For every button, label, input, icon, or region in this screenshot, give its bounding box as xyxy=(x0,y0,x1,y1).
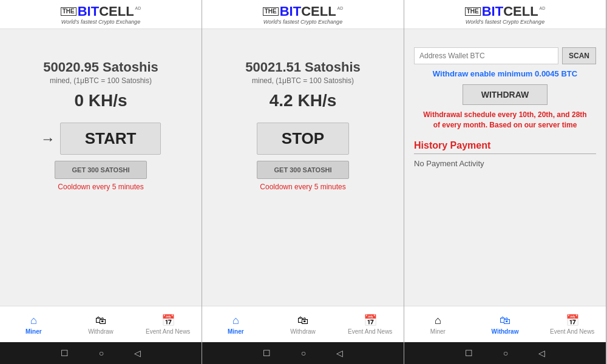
logo-ad-2: AD xyxy=(337,6,344,10)
withdraw-form-3: SCAN Withdraw enable minimum 0.0045 BTC … xyxy=(414,41,596,174)
android-triangle-1[interactable]: ◁ xyxy=(134,348,141,358)
khs-2: 4.2 KH/s xyxy=(245,91,361,110)
header-2: THE BIT CELL AD World's fastest Crypto E… xyxy=(202,0,404,29)
android-circle-2[interactable]: ○ xyxy=(301,348,306,358)
scan-button-3[interactable]: SCAN xyxy=(562,47,596,64)
stop-center-2: STOP GET 300 SATOSHI Cooldown every 5 mi… xyxy=(257,110,350,191)
miner-stats-1: 50020.95 Satoshis mined, (1μBTC = 100 Sa… xyxy=(43,59,158,110)
start-row-1: → START xyxy=(41,123,161,155)
android-square-2[interactable]: ☐ xyxy=(263,348,271,358)
phone-2: THE BIT CELL AD World's fastest Crypto E… xyxy=(202,0,404,364)
withdraw-screen-3: SCAN Withdraw enable minimum 0.0045 BTC … xyxy=(404,29,606,306)
logo-the-2: THE xyxy=(263,7,279,16)
cooldown-text-2: Cooldown every 5 minutes xyxy=(260,183,345,191)
nav-events-2[interactable]: 📅 Event And News xyxy=(336,306,404,342)
mined-label-2: mined, (1μBTC = 100 Satoshis) xyxy=(245,76,361,85)
logo-subtitle-3: World's fastest Crypto Exchange xyxy=(466,19,544,25)
nav-miner-label-2: Miner xyxy=(228,328,244,335)
miner-stats-2: 50021.51 Satoshis mined, (1μBTC = 100 Sa… xyxy=(245,59,361,110)
nav-withdraw-label-1: Withdraw xyxy=(88,328,114,335)
stop-button-2[interactable]: STOP xyxy=(257,123,349,155)
miner-screen-1: 50020.95 Satoshis mined, (1μBTC = 100 Sa… xyxy=(0,29,202,306)
home-icon-3: ⌂ xyxy=(435,314,441,327)
phone-1: THE BIT CELL AD World's fastest Crypto E… xyxy=(0,0,202,364)
mined-label-1: mined, (1μBTC = 100 Satoshis) xyxy=(43,76,158,85)
get-satoshi-button-2[interactable]: GET 300 SATOSHI xyxy=(257,161,350,179)
nav-withdraw-2[interactable]: 🛍 Withdraw xyxy=(270,306,337,342)
logo-bit-2: BIT xyxy=(280,5,301,18)
cooldown-text-1: Cooldown every 5 minutes xyxy=(58,183,143,191)
home-icon-2: ⌂ xyxy=(232,314,239,327)
withdraw-schedule-3: Withdrawal schedule every 10th, 20th, an… xyxy=(414,110,596,130)
nav-events-label-2: Event And News xyxy=(348,328,392,335)
start-button-1[interactable]: START xyxy=(60,123,161,155)
arrow-icon-1: → xyxy=(41,130,55,147)
android-triangle-2[interactable]: ◁ xyxy=(336,348,343,358)
nav-events-1[interactable]: 📅 Event And News xyxy=(134,306,202,342)
android-square-3[interactable]: ☐ xyxy=(465,348,473,358)
logo-subtitle-1: World's fastest Crypto Exchange xyxy=(61,19,140,25)
nav-events-label-3: Event And News xyxy=(550,328,594,335)
logo-ad-1: AD xyxy=(135,6,141,10)
nav-miner-label-3: Miner xyxy=(430,328,446,335)
phone-3: THE BIT CELL AD World's fastest Crypto E… xyxy=(404,0,606,364)
history-title-3: History Payment xyxy=(414,140,596,154)
wallet-row-3: SCAN xyxy=(414,47,596,64)
bottom-nav-1: ⌂ Miner 🛍 Withdraw 📅 Event And News xyxy=(0,306,202,342)
satoshis-value-1: 50020.95 Satoshis xyxy=(43,59,158,75)
android-bar-1: ☐ ○ ◁ xyxy=(0,342,202,364)
get-satoshi-button-1[interactable]: GET 300 SATOSHI xyxy=(55,161,148,179)
nav-miner-label-1: Miner xyxy=(25,328,42,335)
logo-cell-2: CELL xyxy=(301,5,336,18)
logo-bit-3: BIT xyxy=(482,5,503,18)
bag-icon-1: 🛍 xyxy=(95,314,106,327)
wallet-address-input-3[interactable] xyxy=(414,47,558,64)
android-circle-3[interactable]: ○ xyxy=(503,348,508,358)
home-icon-1: ⌂ xyxy=(30,314,37,327)
android-square-1[interactable]: ☐ xyxy=(61,348,69,358)
logo-the-3: THE xyxy=(465,7,481,16)
logo-the-1: THE xyxy=(61,7,76,16)
bottom-nav-3: ⌂ Miner 🛍 Withdraw 📅 Event And News xyxy=(404,306,606,342)
calendar-icon-2: 📅 xyxy=(364,314,377,327)
min-withdraw-info-3: Withdraw enable minimum 0.0045 BTC xyxy=(414,69,596,78)
logo-cell-1: CELL xyxy=(99,5,134,18)
nav-miner-3[interactable]: ⌂ Miner xyxy=(404,306,472,342)
android-circle-1[interactable]: ○ xyxy=(99,348,104,358)
android-bar-2: ☐ ○ ◁ xyxy=(202,342,404,364)
nav-miner-1[interactable]: ⌂ Miner xyxy=(0,306,67,342)
header-1: THE BIT CELL AD World's fastest Crypto E… xyxy=(0,0,202,29)
bottom-nav-2: ⌂ Miner 🛍 Withdraw 📅 Event And News xyxy=(202,306,404,342)
nav-withdraw-label-3: Withdraw xyxy=(492,328,519,335)
logo-cell-3: CELL xyxy=(503,5,538,18)
logo-bit-1: BIT xyxy=(78,5,99,18)
logo-subtitle-2: World's fastest Crypto Exchange xyxy=(263,19,342,25)
header-3: THE BIT CELL AD World's fastest Crypto E… xyxy=(404,0,606,29)
logo-ad-3: AD xyxy=(540,6,546,10)
satoshis-value-2: 50021.51 Satoshis xyxy=(245,59,361,75)
android-triangle-3[interactable]: ◁ xyxy=(538,348,545,358)
calendar-icon-1: 📅 xyxy=(161,314,175,327)
withdraw-button-3[interactable]: WITHDRAW xyxy=(463,84,548,105)
nav-withdraw-3[interactable]: 🛍 Withdraw xyxy=(472,306,539,342)
android-bar-3: ☐ ○ ◁ xyxy=(404,342,606,364)
miner-screen-2: 50021.51 Satoshis mined, (1μBTC = 100 Sa… xyxy=(202,29,404,306)
calendar-icon-3: 📅 xyxy=(566,314,579,327)
nav-miner-2[interactable]: ⌂ Miner xyxy=(202,306,270,342)
nav-events-3[interactable]: 📅 Event And News xyxy=(538,306,606,342)
bag-icon-2: 🛍 xyxy=(297,314,308,327)
khs-1: 0 KH/s xyxy=(43,91,158,110)
no-payment-text-3: No Payment Activity xyxy=(414,159,596,168)
bag-icon-3: 🛍 xyxy=(500,314,510,327)
nav-withdraw-label-2: Withdraw xyxy=(290,328,316,335)
nav-withdraw-1[interactable]: 🛍 Withdraw xyxy=(67,306,135,342)
nav-events-label-1: Event And News xyxy=(146,328,190,335)
